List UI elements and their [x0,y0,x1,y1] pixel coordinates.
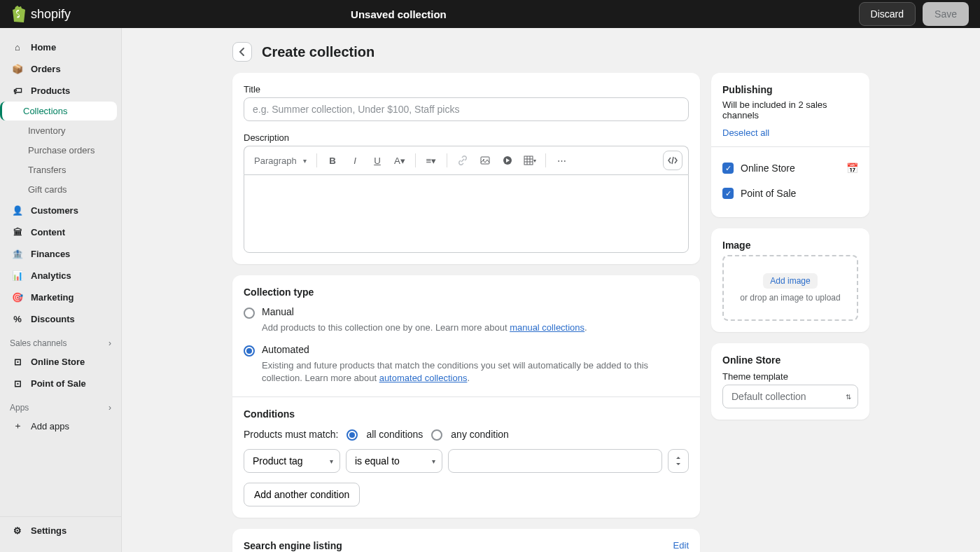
content-icon: 🏛 [11,226,24,238]
condition-sort-button[interactable] [668,449,689,473]
sidebar-item-transfers[interactable]: Transfers [4,160,117,179]
condition-operator-select[interactable]: is equal to [346,449,442,473]
sidebar-item-orders[interactable]: 📦Orders [4,58,117,79]
save-button[interactable]: Save [923,2,969,26]
finances-icon: 🏦 [11,247,24,260]
shopify-bag-icon [11,6,27,22]
channel-checkbox[interactable]: ✓ [722,188,734,199]
add-condition-button[interactable]: Add another condition [244,483,360,506]
home-icon: ⌂ [11,41,24,53]
title-label: Title [244,84,689,95]
add-apps[interactable]: ＋ Add apps [4,415,117,436]
paragraph-select[interactable]: Paragraph [250,153,311,169]
sidebar-item-home[interactable]: ⌂Home [4,36,117,57]
sidebar-item-gift-cards[interactable]: Gift cards [4,180,117,199]
bold-button[interactable]: B [323,151,342,170]
channel-checkbox[interactable]: ✓ [722,163,734,174]
chevron-right-icon[interactable]: › [108,403,111,413]
calendar-icon[interactable]: 📅 [846,163,858,174]
sidebar-item-analytics[interactable]: 📊Analytics [4,265,117,286]
condition-field-select[interactable]: Product tag [244,449,340,473]
marketing-icon: 🎯 [11,291,24,303]
sales-channels-header: Sales channels [10,338,66,348]
orders-icon: 📦 [11,62,24,75]
customers-icon: 👤 [11,204,24,216]
play-icon [502,155,513,166]
deselect-all-link[interactable]: Deselect all [722,127,858,138]
sidebar-item-content[interactable]: 🏛Content [4,221,117,242]
manual-help: Add products to this collection one by o… [262,322,689,334]
condition-value-input[interactable] [448,449,662,473]
template-select[interactable]: Default collection [722,385,858,408]
channel-icon: ⊡ [11,355,24,368]
manual-collections-link[interactable]: manual collections [510,322,584,333]
sidebar-item-customers[interactable]: 👤Customers [4,200,117,221]
align-button[interactable]: ≡▾ [421,151,441,170]
collection-type-heading: Collection type [244,287,689,298]
text-color-button[interactable]: A▾ [390,151,410,170]
code-icon [667,155,678,166]
sidebar-item-purchase-orders[interactable]: Purchase orders [4,141,117,160]
manual-radio-row[interactable]: Manual [244,306,689,319]
channel-row-point-of-sale: ✓Point of Sale [722,181,858,206]
video-button[interactable] [498,151,517,170]
gear-icon: ⚙ [11,524,24,537]
plus-icon: ＋ [11,420,24,432]
template-label: Theme template [722,371,858,382]
logo-text: shopify [31,7,71,22]
discounts-icon: % [11,312,24,325]
radio-automated[interactable] [244,345,255,357]
description-editor[interactable] [244,174,689,253]
sidebar-item-products[interactable]: 🏷Products [4,80,117,101]
settings-link[interactable]: ⚙ Settings [0,516,121,544]
link-icon [457,155,468,166]
image-button[interactable] [475,151,495,170]
channel-icon: ⊡ [11,377,24,389]
sidebar-channel-point-of-sale[interactable]: ⊡Point of Sale [4,373,117,394]
description-label: Description [244,132,689,143]
arrow-left-icon [237,47,247,57]
apps-header: Apps [10,403,29,413]
discard-button[interactable]: Discard [859,2,916,26]
back-button[interactable] [232,42,252,62]
sidebar-item-discounts[interactable]: %Discounts [4,308,117,329]
more-button[interactable]: ⋯ [552,151,571,170]
match-label: Products must match: [244,429,338,440]
add-image-button[interactable]: Add image [763,273,817,289]
radio-manual[interactable] [244,308,255,319]
channel-row-online-store: ✓Online Store📅 [722,156,858,181]
online-store-heading: Online Store [722,354,858,366]
table-button[interactable]: ▾ [520,151,540,170]
products-icon: 🏷 [11,84,24,97]
automated-collections-link[interactable]: automated collections [379,373,468,383]
seo-edit-link[interactable]: Edit [673,540,689,551]
sidebar-item-inventory[interactable]: Inventory [4,121,117,140]
conditions-heading: Conditions [244,408,689,420]
title-input[interactable] [244,97,689,121]
code-view-button[interactable] [663,151,682,170]
seo-heading: Search engine listing [244,540,342,551]
image-dropzone[interactable]: Add image or drop an image to upload [722,255,858,321]
sidebar-item-marketing[interactable]: 🎯Marketing [4,287,117,308]
radio-all-conditions[interactable] [346,429,358,441]
radio-any-condition[interactable] [431,429,442,441]
automated-help: Existing and future products that match … [262,359,689,385]
sort-icon [674,456,682,466]
link-button[interactable] [453,151,472,170]
shopify-logo: shopify [11,6,71,22]
topbar-title: Unsaved collection [351,8,859,20]
chevron-right-icon[interactable]: › [108,338,111,348]
underline-button[interactable]: U [368,151,387,170]
page-title: Create collection [262,44,374,60]
sidebar-item-finances[interactable]: 🏦Finances [4,243,117,264]
image-heading: Image [722,240,858,251]
publishing-subtitle: Will be included in 2 sales channels [722,99,858,120]
sidebar-channel-online-store[interactable]: ⊡Online Store [4,351,117,372]
sidebar-item-collections[interactable]: Collections [0,102,117,120]
svg-rect-3 [524,156,533,165]
italic-button[interactable]: I [345,151,365,170]
publishing-heading: Publishing [722,84,858,95]
drop-text: or drop an image to upload [731,293,850,303]
image-icon [479,155,491,166]
automated-radio-row[interactable]: Automated [244,344,689,357]
